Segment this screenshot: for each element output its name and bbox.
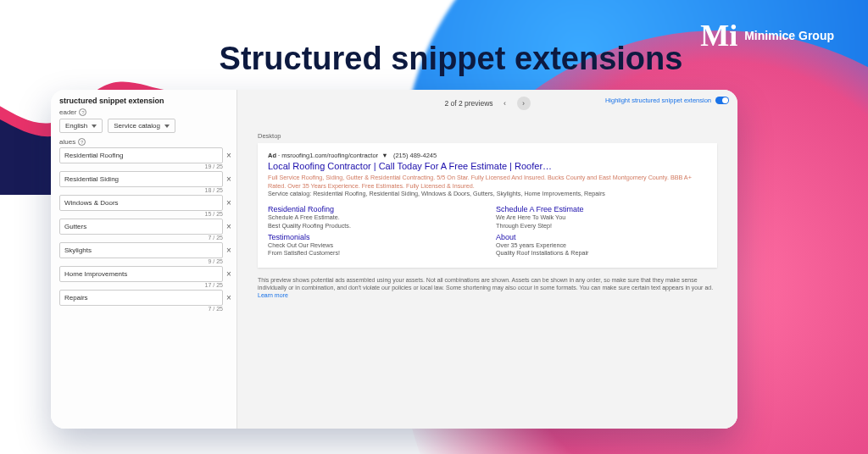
values-label: alues ? — [59, 138, 231, 146]
sitelink: Testimonials Check Out Our Reviews From … — [268, 233, 479, 257]
char-counter: 9 / 25 — [54, 258, 223, 264]
preview-disclaimer: This preview shows potential ads assembl… — [258, 276, 717, 300]
prev-button[interactable]: ‹ — [498, 97, 512, 110]
value-row: Skylights × — [59, 242, 235, 258]
char-counter: 7 / 25 — [54, 306, 223, 312]
brand-logo: Mi Minimice Group — [700, 24, 834, 48]
help-icon[interactable]: ? — [78, 138, 86, 146]
remove-icon[interactable]: × — [223, 174, 235, 184]
remove-icon[interactable]: × — [223, 151, 235, 160]
brand-logo-mark: Mi — [700, 24, 737, 48]
sitelink-title[interactable]: Testimonials — [268, 233, 479, 241]
value-input[interactable]: Repairs — [59, 290, 223, 306]
value-input[interactable]: Windows & Doors — [59, 195, 223, 211]
brand-logo-text: Minimice Group — [744, 29, 834, 42]
chevron-down-icon — [92, 125, 97, 128]
value-input[interactable]: Residential Roofing — [59, 147, 223, 163]
preview-column: 2 of 2 previews ‹ › Highlight structured… — [237, 90, 737, 429]
value-row: Residential Siding × — [59, 171, 235, 187]
remove-icon[interactable]: × — [223, 246, 235, 255]
highlight-label: Highlight structured snippet extension — [605, 97, 711, 104]
remove-icon[interactable]: × — [223, 269, 235, 279]
language-dropdown[interactable]: English — [59, 119, 103, 133]
ad-url-line: Ad · msroofing1.com/roofing/contractor ▼… — [268, 152, 707, 159]
value-input[interactable]: Residential Siding — [59, 171, 223, 187]
help-icon[interactable]: ? — [79, 108, 86, 116]
sitelink: Residential Roofing Schedule A Free Esti… — [268, 205, 479, 230]
form-section-title: structured snippet extension — [59, 97, 231, 105]
chevron-down-icon — [164, 125, 170, 128]
value-row: Home Improvements × — [59, 266, 235, 282]
highlight-toggle[interactable] — [715, 97, 729, 104]
char-counter: 7 / 25 — [54, 235, 223, 241]
sitelink-title[interactable]: Schedule A Free Estimate — [496, 205, 707, 213]
content-panel: structured snippet extension eader ? Eng… — [51, 90, 737, 429]
remove-icon[interactable]: × — [223, 222, 235, 231]
char-counter: 17 / 25 — [54, 282, 223, 288]
char-counter: 15 / 25 — [54, 211, 223, 217]
value-row: Residential Roofing × — [59, 147, 235, 163]
learn-more-link[interactable]: Learn more — [258, 292, 288, 298]
value-row: Gutters × — [59, 219, 235, 235]
sitelink: Schedule A Free Estimate We Are Here To … — [496, 205, 707, 230]
ad-description-1: Full Service Roofing, Siding, Gutter & R… — [268, 174, 707, 190]
form-column: structured snippet extension eader ? Eng… — [51, 90, 237, 429]
sitelink-title[interactable]: About — [496, 233, 707, 241]
remove-icon[interactable]: × — [223, 293, 235, 302]
sitelink: About Over 35 years Experience Quality R… — [496, 233, 707, 257]
ad-headline[interactable]: Local Roofing Contractor | Call Today Fo… — [268, 161, 707, 171]
value-row: Windows & Doors × — [59, 195, 235, 211]
value-input[interactable]: Gutters — [59, 219, 223, 235]
header-label: eader ? — [59, 108, 231, 116]
value-input[interactable]: Home Improvements — [59, 266, 223, 282]
char-counter: 18 / 25 — [54, 187, 223, 193]
sitelink-title[interactable]: Residential Roofing — [268, 205, 479, 213]
header-type-dropdown[interactable]: Service catalog — [108, 119, 175, 133]
char-counter: 19 / 25 — [54, 163, 223, 169]
next-button[interactable]: › — [517, 97, 531, 110]
value-input[interactable]: Skylights — [59, 242, 223, 258]
ad-description-2: Service catalog: Residential Roofing, Re… — [268, 190, 707, 198]
device-label: Desktop — [258, 132, 737, 140]
value-row: Repairs × — [59, 290, 235, 306]
highlight-toggle-row: Highlight structured snippet extension — [605, 97, 729, 104]
remove-icon[interactable]: × — [223, 198, 235, 208]
ad-preview-card: Ad · msroofing1.com/roofing/contractor ▼… — [258, 143, 717, 268]
preview-counter: 2 of 2 previews — [444, 99, 492, 108]
